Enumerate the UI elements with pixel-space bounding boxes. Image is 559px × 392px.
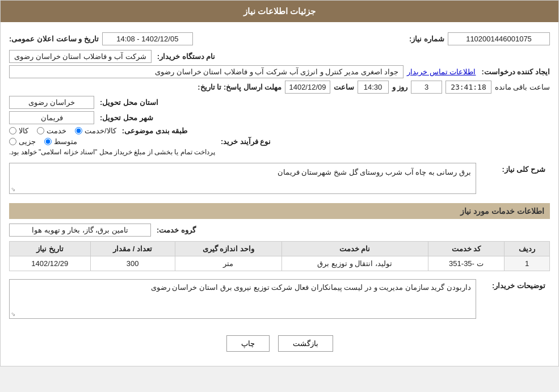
print-button[interactable]: چاپ: [226, 335, 270, 352]
buyer-desc-content: داربودن گرید سازمان مدیریت و در لیست پیم…: [9, 277, 476, 321]
cell-code: ت -35-351: [428, 256, 505, 271]
response-deadline-label: مهلت ارسال پاسخ: تا تاریخ:: [197, 83, 281, 91]
col-header-name: نام خدمت: [281, 242, 428, 256]
province-value: خراسان رضوی: [9, 96, 94, 109]
response-remaining: 23:41:18: [445, 81, 491, 94]
buyer-desc-box: داربودن گرید سازمان مدیریت و در لیست پیم…: [9, 279, 476, 319]
cell-row: 1: [505, 256, 550, 271]
services-table-header-row: ردیف کد خدمت نام خدمت واحد اندازه گیری ت…: [10, 242, 550, 256]
col-header-date: تاریخ نیاز: [10, 242, 91, 256]
buyer-org-label: نام دستگاه خریدار:: [157, 52, 216, 61]
creator-label: ایجاد کننده درخواست:: [481, 68, 550, 76]
col-header-code: کد خدمت: [428, 242, 505, 256]
content-area: شماره نیاز: 1102001446001075 تاریخ و ساع…: [1, 22, 558, 366]
category-option-1[interactable]: کالا: [9, 127, 28, 135]
service-group-label: گروه خدمت:: [157, 226, 196, 234]
purchase-type-note: پرداخت تمام یا بخشی از مبلغ خریداز محل "…: [9, 148, 215, 156]
general-desc-content: برق رسانی به چاه آب شرب روستای گل شیخ شه…: [9, 161, 476, 196]
col-header-qty: تعداد / مقدار: [90, 242, 175, 256]
category-option-3[interactable]: کالا/خدمت: [75, 127, 116, 135]
buyer-org-value: شرکت آب و فاضلاب استان خراسان رضوی: [9, 50, 152, 63]
page-header: جزئیات اطلاعات نیاز: [1, 1, 558, 22]
services-table-body: 1 ت -35-351 تولید، انتقال و توزیع برق مت…: [10, 256, 550, 271]
announcement-value: 1402/12/05 - 14:08: [102, 32, 193, 45]
category-radio-group: کالا خدمت کالا/خدمت: [9, 127, 116, 135]
purchase-type-label: نوع فرآیند خرید:: [221, 137, 271, 146]
response-days: 3: [411, 81, 442, 94]
general-desc-label: شرح کلی نیاز:: [476, 161, 550, 176]
purchase-type-group: جزیی متوسط: [9, 137, 77, 146]
service-group-value: تامین برق، گاز، بخار و تهویه هوا: [9, 224, 151, 237]
cell-date: 1402/12/29: [10, 256, 91, 271]
buyer-desc-label: توضیحات خریدار:: [476, 277, 550, 293]
buyer-desc-value: داربودن گرید سازمان مدیریت و در لیست پیم…: [151, 283, 471, 292]
purchase-option-2[interactable]: متوسط: [44, 137, 77, 146]
general-desc-box: برق رسانی به چاه آب شرب روستای گل شیخ شه…: [9, 163, 476, 194]
page-title: جزئیات اطلاعات نیاز: [243, 6, 316, 16]
general-desc-section: شرح کلی نیاز: برق رسانی به چاه آب شرب رو…: [9, 161, 550, 196]
time-label: ساعت: [334, 83, 354, 91]
category-label: طبقه بندی موضوعی:: [122, 127, 188, 135]
general-desc-value: برق رسانی به چاه آب شرب روستای گل شیخ شه…: [278, 168, 471, 176]
table-row: 1 ت -35-351 تولید، انتقال و توزیع برق مت…: [10, 256, 550, 271]
buyer-desc-section: توضیحات خریدار: داربودن گرید سازمان مدیر…: [9, 277, 550, 321]
cell-qty: 300: [90, 256, 175, 271]
need-number-label: شماره نیاز:: [409, 35, 444, 43]
col-header-unit: واحد اندازه گیری: [175, 242, 281, 256]
province-label: استان محل تحویل:: [100, 98, 158, 107]
response-time: 14:30: [358, 81, 389, 94]
creator-contact-link[interactable]: اطلاعات تماس خریدار: [407, 68, 476, 76]
cell-name: تولید، انتقال و توزیع برق: [281, 256, 428, 271]
announcement-label: تاریخ و ساعت اعلان عمومی:: [9, 35, 99, 43]
purchase-option-1[interactable]: جزیی: [9, 137, 36, 146]
resize-icon-2: ⇘: [11, 311, 15, 317]
services-section-title: اطلاعات خدمات مورد نیاز: [9, 203, 550, 219]
category-option-2[interactable]: خدمت: [37, 127, 66, 135]
resize-icon: ⇘: [11, 186, 15, 192]
city-label: شهر محل تحویل:: [100, 113, 153, 122]
cell-unit: متر: [175, 256, 281, 271]
city-value: فریمان: [9, 111, 94, 124]
response-date: 1402/12/09: [285, 81, 330, 94]
page-wrapper: جزئیات اطلاعات نیاز شماره نیاز: 11020014…: [0, 0, 559, 366]
bottom-buttons: بازگشت چاپ: [9, 327, 550, 360]
services-table-head: ردیف کد خدمت نام خدمت واحد اندازه گیری ت…: [10, 242, 550, 256]
need-number-value: 1102001446001075: [448, 32, 550, 45]
remaining-label: ساعت باقی مانده: [495, 83, 550, 91]
creator-value: جواد اصغری مدیر کنترل و انرژی آب شرکت آب…: [9, 65, 404, 78]
back-button[interactable]: بازگشت: [278, 335, 333, 352]
services-table: ردیف کد خدمت نام خدمت واحد اندازه گیری ت…: [9, 241, 550, 271]
col-header-row: ردیف: [505, 242, 550, 256]
days-label: روز و: [392, 83, 408, 91]
